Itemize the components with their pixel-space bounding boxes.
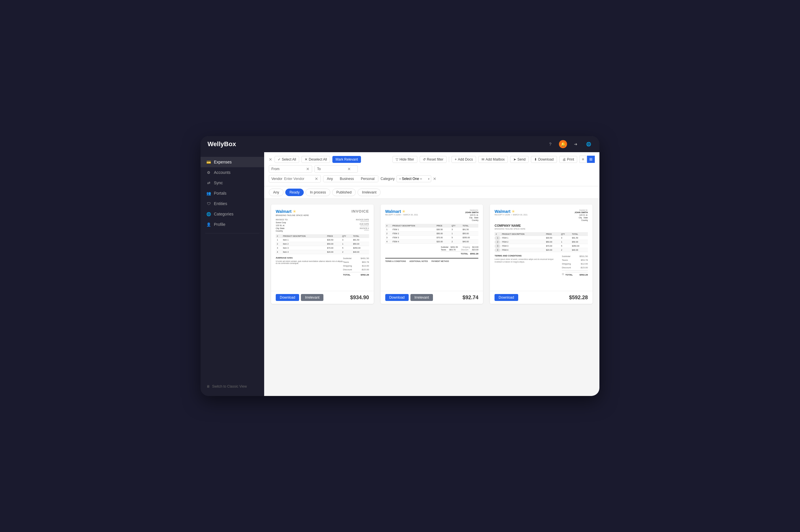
profile-icon: 👤 <box>206 222 211 227</box>
top-bar: WellyBox ? 🔔 ➜ 🌐 <box>201 136 599 152</box>
invoice-preview-2: Walmart ✳ RECEIPT # 14256 ▪ MARCH 30, 20… <box>380 205 483 291</box>
tab-in-process[interactable]: In process <box>305 189 330 196</box>
type-business-button[interactable]: Business <box>336 176 357 182</box>
walmart-logo-3: Walmart ✳ RECEIPT # 14256 ▪ MARCH 30, 20… <box>495 209 527 216</box>
clear-category-icon[interactable]: ✕ <box>433 176 436 181</box>
sidebar-item-expenses[interactable]: 💳 Expenses <box>201 157 264 167</box>
add-docs-icon: + <box>454 157 457 162</box>
table-row: 4ITEM 4$20.002$40.00 <box>385 240 479 244</box>
device-frame: WellyBox ? 🔔 ➜ 🌐 💳 Expenses ⚙ Accounts ⇄… <box>201 136 599 396</box>
type-any-button[interactable]: Any <box>323 176 336 182</box>
category-label: Category <box>380 177 395 181</box>
walmart-logo-2: Walmart ✳ RECEIPT # 14256 ▪ MARCH 30, 20… <box>385 209 418 216</box>
add-docs-button[interactable]: + Add Docs <box>451 156 476 163</box>
sidebar-item-entities[interactable]: 🛡 Entities <box>201 198 264 209</box>
card1-download-button[interactable]: Download <box>276 294 299 301</box>
switch-view-button[interactable]: 🖥 Switch to Classic View <box>201 381 264 391</box>
clear-vendor-icon[interactable]: ✕ <box>315 176 318 181</box>
send-button[interactable]: ➤ Send <box>510 156 528 163</box>
globe-icon[interactable]: 🌐 <box>584 140 593 148</box>
reset-icon: ↺ <box>423 157 426 162</box>
sidebar-item-portals[interactable]: 👥 Portals <box>201 188 264 198</box>
tab-any[interactable]: Any <box>269 189 283 196</box>
cards-grid: Walmart ✳ BRANDING TAGLINE SPACE HERE IN… <box>264 199 599 310</box>
sidebar-item-accounts[interactable]: ⚙ Accounts <box>201 167 264 178</box>
sidebar-item-sync-label: Sync <box>214 180 223 185</box>
help-icon[interactable]: ? <box>546 140 554 148</box>
type-personal-button[interactable]: Personal <box>357 176 378 182</box>
download-button[interactable]: ⬇ Download <box>531 156 557 163</box>
card2-download-button[interactable]: Download <box>385 294 409 301</box>
status-tabs: Any Ready In process Published Irrelevan… <box>264 186 599 199</box>
sidebar: 💳 Expenses ⚙ Accounts ⇄ Sync 👥 Portals 🛡… <box>201 152 264 396</box>
clear-to-icon[interactable]: ✕ <box>348 167 351 171</box>
grid-view-button[interactable]: ⊞ <box>587 156 595 163</box>
card1-amount: $934.90 <box>350 294 369 301</box>
logout-icon[interactable]: ➜ <box>572 140 580 148</box>
download-icon: ⬇ <box>534 157 537 162</box>
card-footer-3: Download $592.28 <box>490 291 593 304</box>
clear-from-icon[interactable]: ✕ <box>306 167 310 171</box>
content-area: ✕ ✓ Select All ✕ Deselect All Mark Relev… <box>264 152 599 396</box>
print-icon: 🖨 <box>562 157 566 162</box>
vendor-input[interactable] <box>284 177 313 181</box>
invoice-card-1: Walmart ✳ BRANDING TAGLINE SPACE HERE IN… <box>271 205 374 304</box>
tab-irrelevant[interactable]: Irrelevant <box>357 189 380 196</box>
mark-relevant-button[interactable]: Mark Relevant <box>332 156 361 163</box>
vendor-filter-row: Vendor ✕ Any Business Personal Category <box>269 175 595 183</box>
expenses-icon: 💳 <box>206 160 211 164</box>
add-mailbox-button[interactable]: ✉ Add Mailbox <box>478 156 508 163</box>
table-row: 2Item 2$50.001$50.00 <box>276 242 369 246</box>
table-row: 3ITEM 3$70.005$350.00 <box>385 236 479 240</box>
sidebar-item-profile[interactable]: 👤 Profile <box>201 219 264 230</box>
card3-download-button[interactable]: Download <box>495 294 518 301</box>
category-group: Category – Select One – ✕ <box>380 175 436 182</box>
tab-ready[interactable]: Ready <box>285 189 304 196</box>
sidebar-item-sync[interactable]: ⇄ Sync <box>201 178 264 188</box>
entities-icon: 🛡 <box>206 202 211 206</box>
invoice-table-2: # Product Description Price QTY Total 1I… <box>385 224 479 244</box>
sidebar-item-categories[interactable]: 🌐 Categories <box>201 209 264 219</box>
notification-icon[interactable]: 🔔 <box>559 140 567 148</box>
filter-icon: ▽ <box>396 157 398 162</box>
card2-amount: $92.74 <box>462 294 478 301</box>
table-row: 4ITEM 4$20.002$40.00 <box>495 248 588 252</box>
category-select[interactable]: – Select One – <box>396 175 431 182</box>
from-label: From <box>272 167 279 171</box>
list-view-button[interactable]: ≡ <box>579 156 587 163</box>
action-row: ✕ ✓ Select All ✕ Deselect All Mark Relev… <box>269 156 595 163</box>
sidebar-item-profile-label: Profile <box>214 222 225 227</box>
sidebar-item-expenses-label: Expenses <box>214 160 231 164</box>
print-button[interactable]: 🖨 Print <box>559 156 577 163</box>
switch-view-label: Switch to Classic View <box>212 384 247 388</box>
deselect-icon: ✕ <box>304 157 308 162</box>
table-row: 2ITEM 2$50.001$50.00 <box>385 232 479 236</box>
card-footer-2: Download Irrelevant $92.74 <box>380 291 483 304</box>
deselect-all-button[interactable]: ✕ Deselect All <box>301 156 330 163</box>
separator <box>449 156 449 162</box>
walmart-header-1: Walmart ✳ BRANDING TAGLINE SPACE HERE IN… <box>276 209 369 216</box>
table-row: 1ITEM 1$30.503$91.50 <box>385 228 479 232</box>
vendor-group: Vendor ✕ <box>269 175 321 183</box>
select-all-button[interactable]: ✓ Select All <box>275 156 299 163</box>
hide-filter-button[interactable]: ▽ Hide filter <box>392 156 417 163</box>
receipt-header-3: Walmart ✳ RECEIPT # 14256 ▪ MARCH 30, 20… <box>495 209 588 222</box>
sidebar-item-accounts-label: Accounts <box>214 170 231 175</box>
card2-irrelevant-button[interactable]: Irrelevant <box>410 294 433 301</box>
to-label: To <box>317 167 321 171</box>
to-date-group: To ✕ <box>314 165 358 173</box>
accounts-icon: ⚙ <box>206 170 211 175</box>
receipt-header-2: Walmart ✳ RECEIPT # 14256 ▪ MARCH 30, 20… <box>385 209 479 222</box>
to-date-input[interactable] <box>322 167 346 171</box>
app-logo: WellyBox <box>207 140 546 148</box>
card1-irrelevant-button[interactable]: Irrelevant <box>301 294 323 301</box>
sync-icon: ⇄ <box>206 181 211 185</box>
invoice-table-1: # Product Description Price Qty Total 1I… <box>276 234 369 254</box>
tab-published[interactable]: Published <box>332 189 356 196</box>
close-button[interactable]: ✕ <box>269 157 272 162</box>
from-date-group: From ✕ <box>269 165 312 173</box>
reset-filter-button[interactable]: ↺ Reset filter <box>420 156 447 163</box>
view-toggle: ≡ ⊞ <box>579 156 595 163</box>
invoice-table-3: # Product Description Price QTY Total 1I… <box>495 232 588 252</box>
from-date-input[interactable] <box>281 167 304 171</box>
